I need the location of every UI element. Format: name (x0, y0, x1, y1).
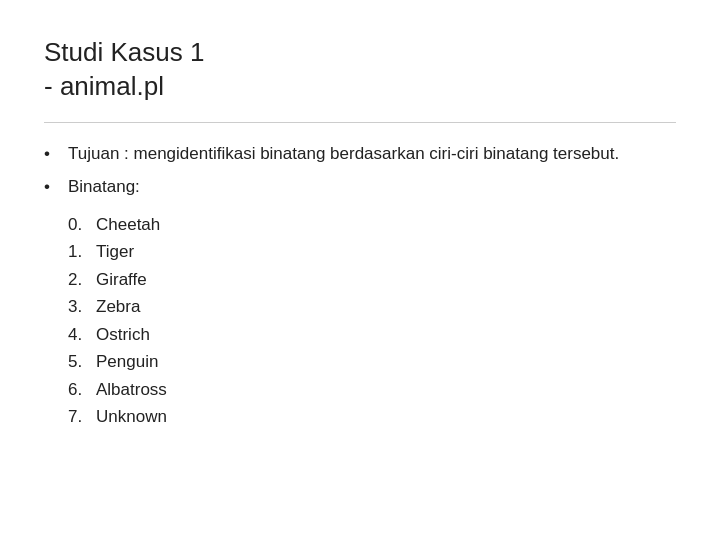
bullet-dot-0: • (44, 141, 64, 167)
animal-list: 0.Cheetah1.Tiger2.Giraffe3.Zebra4.Ostric… (68, 212, 676, 430)
slide-container: Studi Kasus 1 - animal.pl • Tujuan : men… (0, 0, 720, 540)
animal-name: Penguin (96, 349, 158, 375)
animal-list-item: 5.Penguin (68, 349, 676, 375)
animal-list-item: 1.Tiger (68, 239, 676, 265)
animal-index: 1. (68, 239, 96, 265)
animal-name: Zebra (96, 294, 140, 320)
animal-list-item: 7.Unknown (68, 404, 676, 430)
title-divider (44, 122, 676, 123)
animal-index: 5. (68, 349, 96, 375)
animal-list-item: 3.Zebra (68, 294, 676, 320)
animal-index: 2. (68, 267, 96, 293)
animal-index: 3. (68, 294, 96, 320)
title-block: Studi Kasus 1 - animal.pl (44, 36, 676, 104)
bullet-item-1: • Binatang: (44, 174, 676, 200)
bullet-text-1: Binatang: (68, 174, 140, 200)
animal-list-item: 2.Giraffe (68, 267, 676, 293)
animal-name: Tiger (96, 239, 134, 265)
animal-list-item: 0.Cheetah (68, 212, 676, 238)
animal-index: 0. (68, 212, 96, 238)
animal-index: 6. (68, 377, 96, 403)
animal-index: 7. (68, 404, 96, 430)
animal-name: Ostrich (96, 322, 150, 348)
animal-list-item: 4.Ostrich (68, 322, 676, 348)
animal-list-item: 6.Albatross (68, 377, 676, 403)
title-line2: - animal.pl (44, 70, 676, 104)
title-line1: Studi Kasus 1 (44, 36, 676, 70)
bullet-section: • Tujuan : mengidentifikasi binatang ber… (44, 141, 676, 430)
bullet-item-0: • Tujuan : mengidentifikasi binatang ber… (44, 141, 676, 167)
animal-index: 4. (68, 322, 96, 348)
animal-name: Giraffe (96, 267, 147, 293)
bullet-text-0: Tujuan : mengidentifikasi binatang berda… (68, 141, 619, 167)
bullet-dot-1: • (44, 174, 64, 200)
animal-name: Unknown (96, 404, 167, 430)
animal-name: Cheetah (96, 212, 160, 238)
animal-name: Albatross (96, 377, 167, 403)
